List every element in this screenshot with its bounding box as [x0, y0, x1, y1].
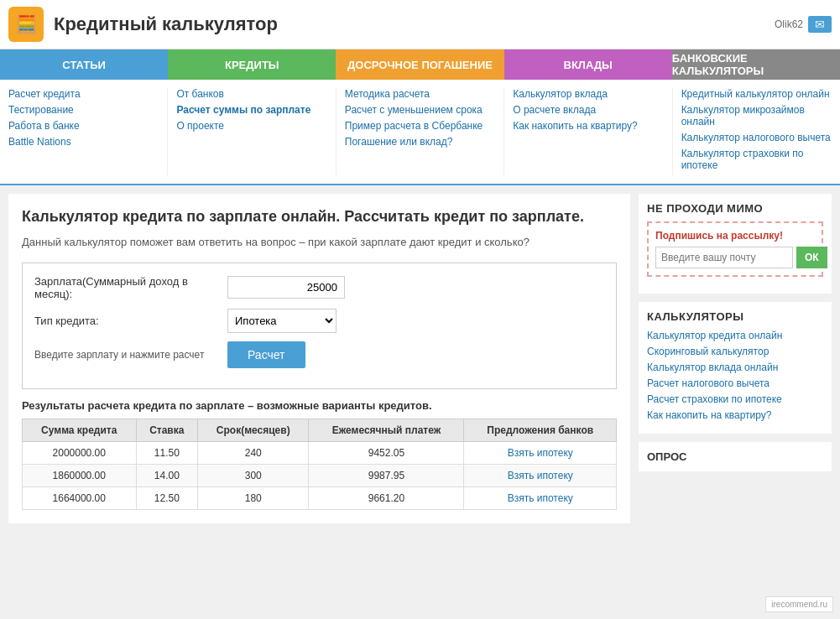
dd-link-nalog[interactable]: Калькулятор налогового вычета: [681, 132, 832, 143]
nav-statyi[interactable]: СТАТЬИ: [0, 49, 168, 80]
dd-link-microzaim[interactable]: Калькулятор микрозаймов онлайн: [681, 104, 832, 127]
results-title: Результаты расчета кредита по зарплате –…: [22, 399, 617, 412]
main-layout: Калькулятор кредита по зарплате онлайн. …: [0, 185, 840, 532]
cell-bank-link[interactable]: Взять ипотеку: [464, 441, 617, 464]
cell-sum: 2000000.00: [23, 441, 137, 464]
col-sum: Сумма кредита: [23, 419, 137, 441]
dd-link-umenshenie[interactable]: Расчет с уменьшением срока: [345, 104, 495, 116]
credit-type-wrapper: Ипотека Потребительский Автокредит: [227, 309, 337, 333]
newsletter-box: Подпишись на рассылку! ОК: [647, 221, 823, 277]
credit-type-label: Тип кредита:: [34, 315, 227, 327]
logo-icon: 🧮: [15, 13, 38, 35]
dd-link-kredit-onlain[interactable]: Кредитный калькулятор онлайн: [681, 88, 832, 100]
nav-kredity[interactable]: КРЕДИТЫ: [168, 49, 336, 80]
dropdown-col-4: Калькулятор вклада О расчете вклада Как …: [504, 88, 672, 175]
newsletter-label: Подпишись на рассылку!: [655, 230, 815, 242]
hint-row: Введите зарплату и нажмите расчет Расчет: [34, 341, 604, 368]
calc-button[interactable]: Расчет: [227, 341, 305, 368]
opros-box: ОПРОС: [639, 442, 832, 471]
dd-link-o-proekte[interactable]: О проекте: [176, 120, 326, 132]
site-title: Кредитный калькулятор: [54, 13, 775, 35]
page-desc: Данный калькулятор поможет вам ответить …: [22, 235, 617, 250]
newsletter-email-input[interactable]: [655, 247, 793, 268]
sidebar-link-strahovka-ipoteka[interactable]: Расчет страховки по ипотеке: [647, 393, 823, 405]
cell-sum: 1664000.00: [23, 486, 137, 509]
table-row: 1860000.00 14.00 300 9987.95 Взять ипоте…: [23, 464, 617, 486]
cell-sum: 1860000.00: [23, 464, 137, 486]
dropdown-col-2: От банков Расчет суммы по зарплате О про…: [168, 88, 336, 175]
dd-link-rashet-zarplata[interactable]: Расчет суммы по зарплате: [176, 104, 326, 116]
cell-bank-link[interactable]: Взять ипотеку: [464, 464, 617, 486]
cell-stavka: 12.50: [136, 486, 198, 509]
dd-link-strahovka[interactable]: Калькулятор страховки по ипотеке: [681, 148, 832, 171]
credit-type-row: Тип кредита: Ипотека Потребительский Авт…: [34, 309, 604, 333]
table-row: 2000000.00 11.50 240 9452.05 Взять ипоте…: [23, 441, 617, 464]
cell-stavka: 14.00: [136, 464, 198, 486]
email-icon[interactable]: ✉: [808, 16, 832, 33]
sidebar-link-kredit-onlain[interactable]: Калькулятор кредита онлайн: [647, 330, 823, 341]
cell-payment: 9661.20: [309, 486, 464, 509]
dd-link-test[interactable]: Тестирование: [8, 104, 159, 116]
sidebar-link-nalog-vychet[interactable]: Расчет налогового вычета: [647, 377, 823, 389]
logo: 🧮: [8, 7, 44, 42]
ne-prohodi-box: НЕ ПРОХОДИ МИМО Подпишись на рассылку! О…: [639, 194, 832, 294]
cell-stavka: 11.50: [136, 441, 198, 464]
username: Olik62: [775, 18, 803, 30]
main-nav: СТАТЬИ КРЕДИТЫ ДОСРОЧНОЕ ПОГАШЕНИЕ ВКЛАД…: [0, 49, 840, 80]
cell-payment: 9452.05: [309, 441, 464, 464]
ne-prohodi-heading: НЕ ПРОХОДИ МИМО: [647, 202, 823, 215]
newsletter-row: ОК: [655, 247, 815, 268]
cell-srok: 180: [198, 486, 309, 509]
col-banks: Предложения банков: [464, 419, 617, 441]
dropdown-col-3: Методика расчета Расчет с уменьшением ср…: [337, 88, 504, 175]
sidebar-link-skoring[interactable]: Скоринговый калькулятор: [647, 346, 823, 357]
page-title: Калькулятор кредита по зарплате онлайн. …: [22, 207, 617, 226]
opros-heading: ОПРОС: [647, 450, 823, 463]
dd-link-metodika[interactable]: Методика расчета: [345, 88, 495, 100]
main-content: Калькулятор кредита по зарплате онлайн. …: [8, 194, 630, 523]
dropdown-menu: Расчет кредита Тестирование Работа в бан…: [0, 80, 840, 185]
dd-link-rashet[interactable]: Расчет кредита: [8, 88, 159, 100]
dd-link-ot-bankov[interactable]: От банков: [176, 88, 326, 100]
cell-srok: 300: [198, 464, 309, 486]
results-table: Сумма кредита Ставка Срок(месяцев) Ежеме…: [22, 419, 617, 510]
header: 🧮 Кредитный калькулятор Olik62 ✉: [0, 0, 840, 49]
cell-srok: 240: [198, 441, 309, 464]
sidebar: НЕ ПРОХОДИ МИМО Подпишись на рассылку! О…: [639, 194, 832, 523]
credit-type-select[interactable]: Ипотека Потребительский Автокредит: [227, 309, 337, 333]
cell-bank-link[interactable]: Взять ипотеку: [464, 486, 617, 509]
dd-link-battle[interactable]: Battle Nations: [8, 136, 159, 148]
salary-input[interactable]: [227, 276, 345, 299]
dd-link-o-raschete[interactable]: О расчете вклада: [513, 104, 663, 116]
nav-dosrochnoe[interactable]: ДОСРОЧНОЕ ПОГАШЕНИЕ: [336, 49, 503, 80]
salary-row: Зарплата(Суммарный доход в месяц):: [34, 275, 604, 300]
dropdown-col-1: Расчет кредита Тестирование Работа в бан…: [0, 88, 168, 175]
table-row: 1664000.00 12.50 180 9661.20 Взять ипоте…: [23, 486, 617, 509]
kalkulyatory-heading: КАЛЬКУЛЯТОРЫ: [647, 310, 823, 323]
form-hint: Введите зарплату и нажмите расчет: [34, 349, 227, 361]
nav-vklady[interactable]: ВКЛАДЫ: [504, 49, 672, 80]
col-payment: Ежемесячный платеж: [309, 419, 464, 441]
dd-link-kalkulator-vklad[interactable]: Калькулятор вклада: [513, 88, 663, 100]
sidebar-link-vklad-onlain[interactable]: Калькулятор вклада онлайн: [647, 362, 823, 373]
dd-link-rabota[interactable]: Работа в банке: [8, 120, 159, 132]
table-header-row: Сумма кредита Ставка Срок(месяцев) Ежеме…: [23, 419, 617, 441]
sidebar-link-kvartira[interactable]: Как накопить на квартиру?: [647, 409, 823, 421]
newsletter-submit-button[interactable]: ОК: [796, 247, 827, 268]
calculator-form: Зарплата(Суммарный доход в месяц): Тип к…: [22, 263, 617, 389]
dropdown-col-5: Кредитный калькулятор онлайн Калькулятор…: [673, 88, 840, 175]
dd-link-kvartira[interactable]: Как накопить на квартиру?: [513, 120, 663, 132]
col-srok: Срок(месяцев): [198, 419, 309, 441]
cell-payment: 9987.95: [309, 464, 464, 486]
kalkulyatory-box: КАЛЬКУЛЯТОРЫ Калькулятор кредита онлайн …: [639, 302, 832, 434]
dd-link-pogashenie[interactable]: Погашение или вклад?: [345, 136, 495, 148]
col-stavka: Ставка: [136, 419, 198, 441]
user-area: Olik62 ✉: [775, 16, 832, 33]
dd-link-sberbank[interactable]: Пример расчета в Сбербанке: [345, 120, 495, 132]
salary-label: Зарплата(Суммарный доход в месяц):: [34, 275, 227, 300]
nav-bank[interactable]: БАНКОВСКИЕ КАЛЬКУЛЯТОРЫ: [672, 49, 840, 80]
